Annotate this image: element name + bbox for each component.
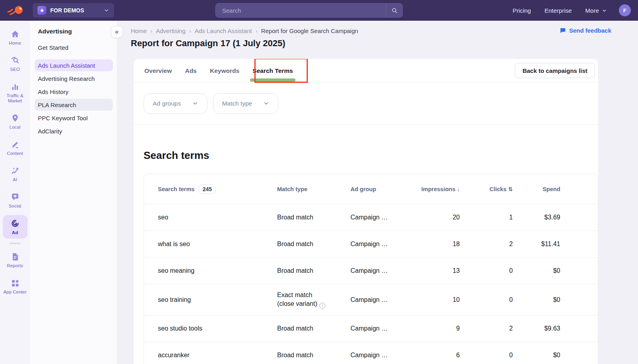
- breadcrumb-ads-launch-assistant[interactable]: Ads Launch Assistant: [195, 27, 252, 34]
- search-input[interactable]: [216, 4, 386, 17]
- sidebar-item-pla-research[interactable]: PLA Research: [35, 99, 113, 111]
- row-count-badge: 245: [199, 184, 216, 194]
- clicks-cell: 0: [463, 296, 516, 303]
- impressions-cell: 20: [410, 214, 463, 221]
- enterprise-link[interactable]: Enterprise: [544, 7, 571, 14]
- impressions-cell: 9: [410, 325, 463, 332]
- column-search-terms: Search terms245: [144, 184, 277, 194]
- breadcrumb-home[interactable]: Home: [131, 27, 147, 34]
- report-panel: Overview Ads Keywords Search Terms Back …: [134, 59, 598, 364]
- spend-cell: $0: [516, 296, 598, 303]
- breadcrumb-advertising[interactable]: Advertising: [156, 27, 185, 34]
- breadcrumb-separator: ›: [189, 27, 191, 34]
- match-type-cell: Broad match: [277, 352, 351, 359]
- tab-search-terms[interactable]: Search Terms: [252, 59, 293, 82]
- column-spend: Spend: [516, 186, 598, 192]
- rail-item-ad[interactable]: Ad: [3, 215, 28, 239]
- match-type-cell: Broad match: [277, 241, 351, 248]
- info-icon[interactable]: i: [319, 303, 325, 309]
- spend-cell: $9.63: [516, 325, 598, 332]
- ad-group-cell: Campaign …: [351, 214, 410, 221]
- rail-item-content[interactable]: Content: [3, 137, 28, 159]
- search-term-cell: seo meaning: [144, 267, 277, 274]
- rail-item-ai[interactable]: AI: [3, 163, 28, 186]
- sidebar-collapse-button[interactable]: «: [111, 26, 123, 38]
- social-heart-bubble-icon: [10, 192, 20, 202]
- breadcrumb: Home › Advertising › Ads Launch Assistan…: [131, 27, 358, 34]
- workspace-switcher[interactable]: FOR DEMOS: [33, 3, 114, 18]
- sidebar-item-adclarity[interactable]: AdClarity: [35, 125, 113, 137]
- topbar-nav: Pricing Enterprise More F: [513, 4, 631, 16]
- ad-group-cell: Campaign …: [351, 241, 410, 248]
- report-document-icon: [10, 252, 20, 262]
- table-row[interactable]: accuranker Broad match Campaign … 6 0 $0: [144, 342, 598, 364]
- search-terms-table: Search terms245 Match type Ad group Impr…: [144, 174, 598, 364]
- tab-overview[interactable]: Overview: [144, 59, 172, 82]
- pricing-link[interactable]: Pricing: [513, 7, 531, 14]
- sidebar-item-get-started[interactable]: Get Started: [35, 41, 113, 53]
- search-button[interactable]: [386, 4, 402, 17]
- ad-group-cell: Campaign …: [351, 267, 410, 274]
- rail-item-seo[interactable]: SEO: [3, 53, 28, 75]
- search-term-cell: seo studio tools: [144, 325, 277, 332]
- tab-keywords[interactable]: Keywords: [210, 59, 239, 82]
- search-term-cell: accuranker: [144, 352, 277, 359]
- rail-item-social[interactable]: Social: [3, 189, 28, 212]
- more-menu[interactable]: More: [585, 7, 607, 14]
- app-grid-icon: [10, 278, 20, 288]
- sidebar-item-ads-launch-assistant[interactable]: Ads Launch Assistant: [35, 59, 113, 71]
- avatar[interactable]: F: [619, 4, 631, 16]
- sidebar-item-ads-history[interactable]: Ads History: [35, 86, 113, 98]
- match-type-filter-label: Match type: [222, 100, 252, 107]
- table-row[interactable]: seo Broad match Campaign … 20 1 $3.69: [144, 204, 598, 231]
- back-to-campaigns-button[interactable]: Back to campaigns list: [515, 63, 595, 78]
- search-term-cell: what is seo: [144, 241, 277, 248]
- sidebar-item-ppc-keyword-tool[interactable]: PPC Keyword Tool: [35, 112, 113, 124]
- send-feedback-link[interactable]: Send feedback: [559, 27, 611, 34]
- breadcrumb-separator: ›: [256, 27, 258, 34]
- send-feedback-label: Send feedback: [569, 27, 611, 34]
- impressions-cell: 18: [410, 241, 463, 248]
- impressions-cell: 10: [410, 296, 463, 303]
- column-impressions[interactable]: Impressions ↓: [410, 186, 463, 192]
- clicks-cell: 2: [463, 325, 516, 332]
- match-type-cell: Broad match: [277, 214, 351, 221]
- match-type-filter[interactable]: Match type: [213, 93, 279, 114]
- match-type-cell: Broad match: [277, 325, 351, 332]
- global-search: [215, 3, 403, 18]
- rail-item-reports[interactable]: Reports: [3, 249, 28, 272]
- table-header-row: Search terms245 Match type Ad group Impr…: [144, 174, 598, 204]
- match-type-cell: Broad match: [277, 267, 351, 274]
- table-row[interactable]: what is seo Broad match Campaign … 18 2 …: [144, 231, 598, 257]
- ad-groups-filter[interactable]: Ad groups: [144, 93, 207, 114]
- rail-item-app-center[interactable]: App Center: [3, 275, 28, 298]
- chevron-down-icon: [104, 8, 109, 13]
- column-ad-group: Ad group: [351, 186, 410, 192]
- clicks-cell: 0: [463, 352, 516, 359]
- map-pin-icon: [10, 114, 20, 123]
- search-terms-section: Search terms Search terms245 Match type …: [134, 125, 598, 364]
- seo-magnifier-icon: [10, 56, 20, 65]
- rail-item-local[interactable]: Local: [3, 110, 28, 133]
- rail-item-home[interactable]: Home: [3, 26, 28, 49]
- clicks-cell: 2: [463, 241, 516, 248]
- search-icon: [391, 7, 398, 14]
- more-menu-label: More: [585, 7, 599, 14]
- table-row[interactable]: seo meaning Broad match Campaign … 13 0 …: [144, 257, 598, 284]
- semrush-logo-icon[interactable]: [7, 4, 25, 16]
- ad-group-cell: Campaign …: [351, 325, 410, 332]
- column-clicks[interactable]: Clicks ⇅: [463, 186, 516, 192]
- ad-group-cell: Campaign …: [351, 352, 410, 359]
- breadcrumb-separator: ›: [150, 27, 152, 34]
- column-match-type: Match type: [277, 186, 351, 192]
- sidebar-item-advertising-research[interactable]: Advertising Research: [35, 72, 113, 84]
- table-row[interactable]: seo studio tools Broad match Campaign … …: [144, 315, 598, 342]
- table-row[interactable]: seo training Exact match (close variant)…: [144, 284, 598, 315]
- tab-ads[interactable]: Ads: [185, 59, 197, 82]
- match-type-cell: Exact match (close variant)i: [277, 291, 351, 309]
- workspace-icon: [37, 6, 46, 15]
- chevron-down-icon: [263, 100, 269, 106]
- chevron-down-icon: [192, 100, 198, 106]
- page-title: Report for Campaign 17 (1 July 2025): [131, 38, 286, 49]
- rail-item-traffic-market[interactable]: Traffic & Market: [3, 79, 28, 107]
